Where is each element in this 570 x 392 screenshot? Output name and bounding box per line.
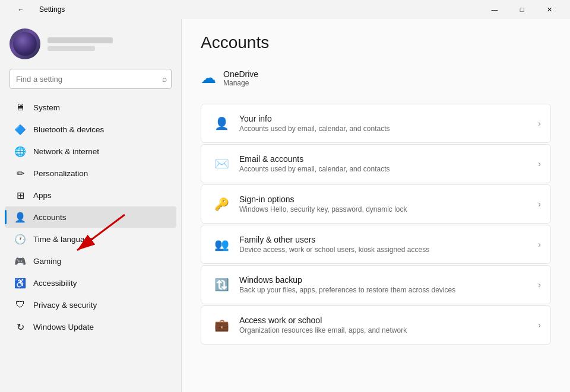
accounts-icon: 👤: [14, 211, 26, 223]
sidebar-item-label-gaming: Gaming: [33, 257, 61, 266]
your-info-text: Your infoAccounts used by email, calenda…: [239, 114, 538, 133]
family-desc: Device access, work or school users, kio…: [239, 246, 538, 254]
work-school-chevron-icon: ›: [538, 320, 541, 330]
avatar: [10, 28, 40, 59]
close-button[interactable]: ✕: [536, 0, 563, 19]
bluetooth-icon: 🔷: [14, 123, 26, 135]
backup-icon: 🔃: [211, 274, 232, 295]
sidebar-item-label-personalization: Personalization: [33, 169, 88, 178]
title-bar: ← Settings — □ ✕: [0, 0, 570, 19]
sidebar-item-accessibility[interactable]: ♿Accessibility: [5, 272, 176, 294]
page-title: Accounts: [201, 33, 551, 52]
your-info-title: Your info: [239, 114, 538, 123]
your-info-icon: 👤: [211, 113, 232, 134]
maximize-button[interactable]: □: [508, 0, 536, 19]
minimize-button[interactable]: —: [481, 0, 508, 19]
work-school-desc: Organization resources like email, apps,…: [239, 326, 538, 334]
family-text: Family & other usersDevice access, work …: [239, 235, 538, 254]
privacy-icon: 🛡: [14, 299, 26, 311]
your-info-chevron-icon: ›: [538, 119, 541, 128]
sidebar-item-label-apps: Apps: [33, 191, 52, 200]
sidebar-item-personalization[interactable]: ✏Personalization: [5, 162, 176, 184]
family-title: Family & other users: [239, 235, 538, 244]
sidebar-item-label-accessibility: Accessibility: [33, 279, 77, 288]
sidebar-item-label-privacy: Privacy & security: [33, 301, 97, 310]
update-icon: ↻: [14, 321, 26, 333]
search-input[interactable]: [10, 69, 172, 89]
apps-icon: ⊞: [14, 189, 26, 201]
email-accounts-title: Email & accounts: [239, 154, 538, 164]
backup-title: Windows backup: [239, 275, 538, 285]
app-window: ⌕ 🖥System🔷Bluetooth & devices🌐Network & …: [0, 19, 570, 392]
sidebar-item-label-time: Time & language: [33, 235, 94, 244]
settings-item-email-accounts[interactable]: ✉️Email & accountsAccounts used by email…: [201, 144, 551, 183]
sidebar-item-label-bluetooth: Bluetooth & devices: [33, 125, 104, 134]
signin-options-chevron-icon: ›: [538, 199, 541, 209]
family-chevron-icon: ›: [538, 240, 541, 249]
signin-options-title: Sign-in options: [239, 195, 538, 204]
work-school-title: Access work or school: [239, 315, 538, 325]
onedrive-manage[interactable]: Manage: [223, 79, 258, 87]
profile-name: [48, 37, 113, 43]
profile-info: [48, 37, 113, 51]
sidebar-item-network[interactable]: 🌐Network & internet: [5, 141, 176, 162]
system-icon: 🖥: [14, 101, 26, 113]
search-box: ⌕: [10, 69, 172, 89]
backup-desc: Back up your files, apps, preferences to…: [239, 286, 538, 294]
email-accounts-text: Email & accountsAccounts used by email, …: [239, 154, 538, 173]
app-title: Settings: [39, 5, 65, 14]
settings-item-signin-options[interactable]: 🔑Sign-in optionsWindows Hello, security …: [201, 184, 551, 224]
email-accounts-desc: Accounts used by email, calendar, and co…: [239, 165, 538, 173]
search-icon: ⌕: [162, 74, 167, 84]
family-icon: 👥: [211, 234, 232, 255]
sidebar-item-label-network: Network & internet: [33, 147, 99, 156]
main-content: Accounts ☁ OneDrive Manage 👤Your infoAcc…: [181, 19, 570, 392]
profile-section: [0, 19, 181, 66]
back-button[interactable]: ←: [7, 0, 34, 19]
sidebar-item-time[interactable]: 🕐Time & language: [5, 228, 176, 250]
onedrive-icon: ☁: [201, 69, 216, 87]
sidebar-item-apps[interactable]: ⊞Apps: [5, 184, 176, 206]
sidebar-item-privacy[interactable]: 🛡Privacy & security: [5, 294, 176, 315]
signin-options-desc: Windows Hello, security key, password, d…: [239, 205, 538, 213]
work-school-icon: 💼: [211, 314, 232, 336]
sidebar-item-update[interactable]: ↻Windows Update: [5, 316, 176, 337]
personalization-icon: ✏: [14, 167, 26, 179]
window-wrapper: ⌕ 🖥System🔷Bluetooth & devices🌐Network & …: [0, 19, 570, 392]
settings-item-your-info[interactable]: 👤Your infoAccounts used by email, calend…: [201, 104, 551, 143]
work-school-text: Access work or schoolOrganization resour…: [239, 315, 538, 334]
settings-item-work-school[interactable]: 💼Access work or schoolOrganization resou…: [201, 305, 551, 345]
sidebar-item-label-system: System: [33, 103, 60, 112]
signin-options-icon: 🔑: [211, 193, 232, 215]
profile-email: [48, 46, 95, 51]
nav-items: 🖥System🔷Bluetooth & devices🌐Network & in…: [0, 96, 181, 338]
sidebar-item-accounts[interactable]: 👤Accounts: [5, 206, 176, 228]
sidebar-item-label-update: Windows Update: [33, 323, 94, 332]
onedrive-banner: ☁ OneDrive Manage: [201, 64, 551, 92]
email-accounts-chevron-icon: ›: [538, 159, 541, 168]
time-icon: 🕐: [14, 233, 26, 245]
sidebar-item-gaming[interactable]: 🎮Gaming: [5, 250, 176, 272]
gaming-icon: 🎮: [14, 255, 26, 267]
sidebar: ⌕ 🖥System🔷Bluetooth & devices🌐Network & …: [0, 19, 181, 392]
settings-list: 👤Your infoAccounts used by email, calend…: [201, 104, 551, 345]
backup-chevron-icon: ›: [538, 280, 541, 289]
title-bar-left: ← Settings: [7, 0, 65, 19]
sidebar-item-label-accounts: Accounts: [33, 213, 66, 222]
sidebar-item-system[interactable]: 🖥System: [5, 97, 176, 118]
onedrive-name: OneDrive: [223, 69, 258, 79]
window-controls: — □ ✕: [481, 0, 563, 19]
network-icon: 🌐: [14, 145, 26, 157]
onedrive-info: OneDrive Manage: [223, 69, 258, 87]
signin-options-text: Sign-in optionsWindows Hello, security k…: [239, 195, 538, 213]
your-info-desc: Accounts used by email, calendar, and co…: [239, 125, 538, 133]
settings-item-family[interactable]: 👥Family & other usersDevice access, work…: [201, 225, 551, 264]
email-accounts-icon: ✉️: [211, 153, 232, 174]
sidebar-item-bluetooth[interactable]: 🔷Bluetooth & devices: [5, 119, 176, 140]
accessibility-icon: ♿: [14, 277, 26, 289]
backup-text: Windows backupBack up your files, apps, …: [239, 275, 538, 294]
settings-item-backup[interactable]: 🔃Windows backupBack up your files, apps,…: [201, 265, 551, 304]
